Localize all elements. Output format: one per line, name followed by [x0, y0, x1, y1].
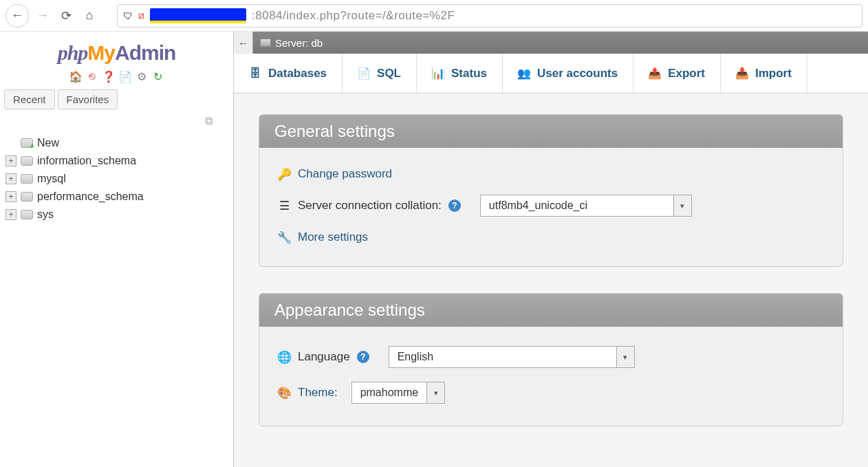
tab-recent[interactable]: Recent — [4, 89, 55, 109]
change-password-link[interactable]: 🔑 Change password — [277, 160, 825, 188]
language-label: Language — [298, 350, 350, 364]
sidebar-item-label: sys — [37, 208, 54, 221]
general-settings-panel: General settings 🔑 Change password ☰ Ser… — [259, 114, 843, 267]
sidebar: phpMyAdmin 🏠 ⎋ ❓ 📄 ⚙ ↻ Recent Favorites … — [0, 32, 234, 467]
theme-label[interactable]: Theme: — [298, 386, 338, 400]
sidebar-item-label: New — [37, 137, 59, 149]
expand-icon[interactable]: + — [6, 191, 17, 202]
nav-collapse-button[interactable]: ← — [234, 32, 253, 54]
databases-icon: 🗄 — [249, 67, 261, 80]
home-button[interactable]: ⌂ — [80, 6, 99, 25]
db-icon — [21, 192, 33, 202]
top-tabs: 🗄 Databases 📄 SQL 📊 Status 👥 User accoun… — [234, 54, 868, 94]
reload-icon[interactable]: ↻ — [152, 70, 164, 83]
globe-icon: 🌐 — [277, 350, 291, 364]
collapse-icon[interactable]: ⧉ — [205, 115, 213, 127]
db-icon — [21, 174, 33, 184]
sidebar-item-db[interactable]: + sys — [4, 206, 229, 224]
tab-export[interactable]: 📤 Export — [633, 54, 721, 93]
content-area: ← Server: db 🗄 Databases 📄 SQL 📊 Status … — [234, 32, 868, 467]
crumb-label: Server: db — [275, 37, 323, 49]
sidebar-item-db[interactable]: + mysql — [4, 170, 229, 188]
expand-icon[interactable]: + — [6, 209, 17, 220]
tab-status[interactable]: 📊 Status — [417, 54, 503, 93]
tab-import[interactable]: 📥 Import — [721, 54, 807, 93]
tab-databases[interactable]: 🗄 Databases — [234, 54, 343, 93]
wrench-icon: 🔧 — [277, 230, 291, 244]
users-icon: 👥 — [518, 67, 530, 80]
crumb-server[interactable]: Server: db — [253, 37, 329, 49]
sidebar-item-db[interactable]: + performance_schema — [4, 188, 229, 206]
panel-title: Appearance settings — [259, 294, 843, 327]
sidebar-item-db[interactable]: + information_schema — [4, 152, 229, 170]
back-button[interactable]: ← — [6, 4, 29, 28]
forward-button[interactable]: → — [33, 6, 52, 25]
collation-label: Server connection collation: — [298, 199, 442, 213]
tab-sql[interactable]: 📄 SQL — [343, 54, 417, 93]
palette-icon: 🎨 — [277, 386, 291, 400]
chevron-down-icon: ▾ — [616, 347, 634, 367]
sidebar-item-label: information_schema — [37, 155, 136, 167]
help-icon[interactable]: ? — [448, 199, 461, 212]
language-row: 🌐 Language ? English ▾ — [277, 339, 825, 375]
chevron-down-icon: ▾ — [673, 195, 691, 216]
database-tree: New + information_schema + mysql + perfo… — [0, 127, 233, 230]
theme-row: 🎨 Theme: pmahomme ▾ — [277, 375, 825, 411]
no-lock-icon: ⧄ — [138, 10, 144, 21]
collation-icon: ☰ — [277, 199, 291, 213]
tab-user-accounts[interactable]: 👥 User accounts — [503, 54, 633, 93]
new-db-icon — [21, 138, 33, 148]
collation-select[interactable]: utf8mb4_unicode_ci ▾ — [480, 195, 692, 217]
server-icon — [260, 39, 271, 47]
export-icon: 📤 — [649, 67, 661, 80]
reload-button[interactable]: ⟳ — [56, 6, 76, 25]
sidebar-item-new[interactable]: New — [4, 134, 229, 152]
logo[interactable]: phpMyAdmin — [0, 36, 233, 66]
browser-bar: ← → ⟳ ⌂ 🛡 ⧄ :8084/index.php?route=/&rout… — [0, 0, 868, 32]
status-icon: 📊 — [432, 67, 444, 80]
expand-icon[interactable]: + — [6, 155, 17, 166]
sidebar-item-label: performance_schema — [37, 191, 144, 203]
shield-icon: 🛡 — [123, 10, 133, 21]
import-icon: 📥 — [736, 67, 748, 80]
language-select[interactable]: English ▾ — [389, 346, 635, 368]
help-icon[interactable]: ? — [357, 351, 369, 363]
key-icon: 🔑 — [277, 167, 291, 181]
expand-icon[interactable]: + — [6, 173, 17, 184]
sql-icon: 📄 — [358, 67, 370, 80]
sidebar-icons: 🏠 ⎋ ❓ 📄 ⚙ ↻ — [0, 66, 233, 89]
redacted-host — [150, 8, 246, 23]
gear-icon[interactable]: ⚙ — [135, 70, 148, 83]
home-icon[interactable]: 🏠 — [69, 70, 82, 83]
more-settings-link[interactable]: 🔧 More settings — [277, 224, 825, 251]
panel-title: General settings — [259, 115, 843, 148]
docs-icon[interactable]: ❓ — [102, 70, 115, 83]
tab-favorites[interactable]: Favorites — [58, 89, 118, 109]
breadcrumb: ← Server: db — [234, 32, 868, 54]
logout-icon[interactable]: ⎋ — [86, 70, 98, 83]
theme-select[interactable]: pmahomme ▾ — [351, 382, 445, 404]
appearance-settings-panel: Appearance settings 🌐 Language ? English… — [259, 293, 843, 426]
sidebar-item-label: mysql — [37, 173, 66, 185]
db-icon — [21, 210, 33, 219]
chevron-down-icon: ▾ — [426, 382, 444, 403]
url-text: :8084/index.php?route=/&route=%2F — [252, 9, 455, 23]
collation-row: ☰ Server connection collation: ? utf8mb4… — [277, 188, 825, 224]
url-bar[interactable]: 🛡 ⧄ :8084/index.php?route=/&route=%2F — [117, 4, 862, 28]
db-icon — [21, 156, 33, 166]
sql-icon[interactable]: 📄 — [119, 70, 131, 83]
